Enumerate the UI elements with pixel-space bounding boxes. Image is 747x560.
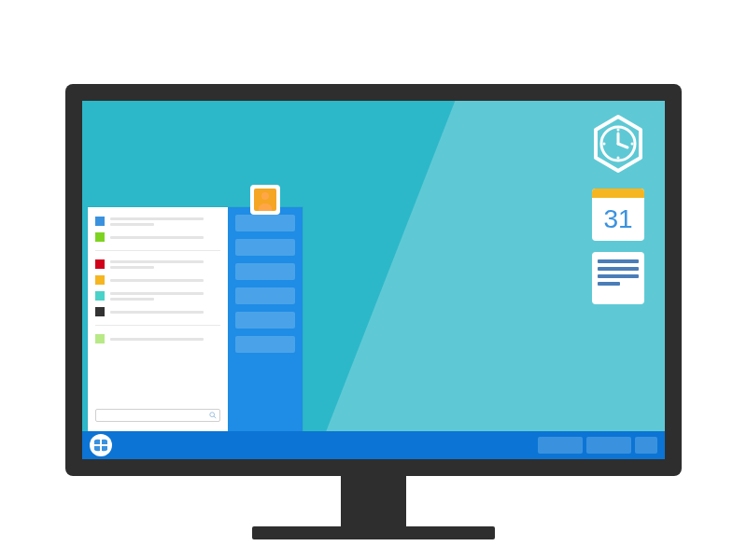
side-panel-button[interactable] [235, 215, 295, 231]
tray-item[interactable] [538, 437, 583, 454]
side-panel-button[interactable] [235, 239, 295, 256]
clock-icon [588, 114, 648, 174]
note-line [598, 282, 620, 286]
system-tray [538, 437, 657, 454]
svg-line-3 [618, 144, 627, 147]
start-menu-item[interactable] [95, 232, 220, 242]
search-icon [209, 412, 217, 419]
program-icon [95, 307, 105, 316]
start-button[interactable] [90, 434, 112, 456]
program-label [110, 311, 220, 314]
program-icon [95, 275, 105, 285]
clock-widget[interactable] [588, 114, 648, 177]
start-menu-item[interactable] [95, 275, 220, 285]
program-label [110, 217, 220, 226]
note-line [598, 274, 639, 278]
desktop[interactable]: 31 [82, 101, 665, 459]
program-label [110, 279, 220, 282]
avatar-icon [254, 189, 276, 211]
program-label [110, 236, 220, 239]
start-menu-item[interactable] [95, 307, 220, 316]
monitor-neck [341, 476, 406, 526]
note-widget[interactable] [592, 252, 644, 304]
widgets-panel: 31 [588, 114, 648, 304]
start-menu-side-panel [228, 207, 303, 431]
svg-point-7 [631, 143, 634, 146]
monitor-base [252, 526, 495, 539]
program-icon [95, 334, 105, 343]
menu-divider [95, 325, 220, 326]
start-menu-item[interactable] [95, 259, 220, 269]
tray-item[interactable] [635, 437, 657, 454]
svg-point-4 [617, 129, 620, 132]
program-icon [95, 232, 105, 242]
svg-point-5 [617, 157, 620, 160]
tray-item[interactable] [586, 437, 631, 454]
menu-divider [95, 250, 220, 251]
start-menu-program-list [88, 207, 228, 431]
program-icon [95, 217, 105, 226]
program-icon [95, 291, 105, 301]
note-line [598, 267, 639, 271]
program-label [110, 338, 220, 341]
calendar-day: 31 [592, 198, 644, 241]
side-panel-button[interactable] [235, 263, 295, 280]
program-label [110, 260, 220, 269]
svg-point-8 [210, 413, 215, 417]
calendar-header [592, 189, 644, 198]
windows-logo-icon [93, 438, 108, 453]
program-icon [95, 259, 105, 269]
side-panel-button[interactable] [235, 312, 295, 329]
program-label [110, 292, 220, 301]
side-panel-button[interactable] [235, 336, 295, 353]
monitor-frame: 31 [65, 84, 682, 476]
side-panel-button[interactable] [235, 287, 295, 304]
start-menu [88, 207, 303, 431]
note-line [598, 259, 639, 263]
user-avatar[interactable] [250, 185, 280, 215]
start-menu-item[interactable] [95, 217, 220, 226]
start-menu-item[interactable] [95, 291, 220, 301]
start-menu-item[interactable] [95, 334, 220, 343]
calendar-widget[interactable]: 31 [592, 189, 644, 241]
svg-point-6 [603, 143, 606, 146]
svg-line-9 [214, 416, 216, 418]
start-menu-search-input[interactable] [95, 409, 220, 422]
taskbar [82, 431, 665, 459]
